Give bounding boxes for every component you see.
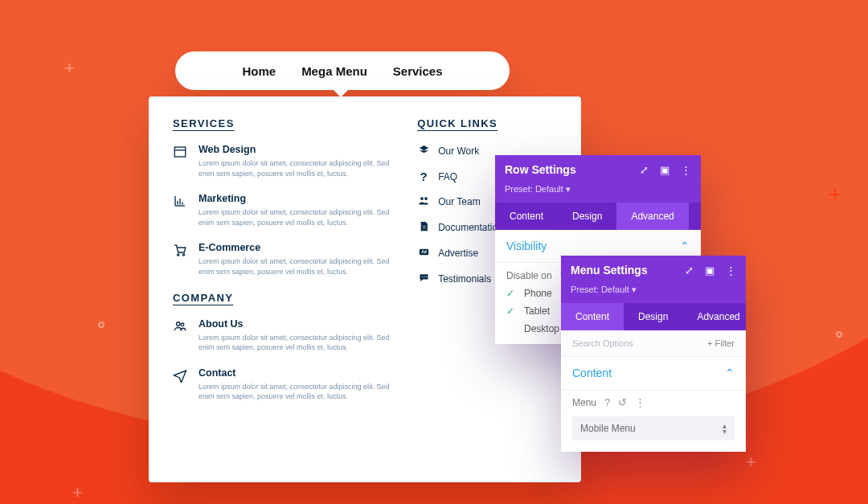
svg-point-19 [426,277,427,277]
help-icon: ? [417,170,430,183]
expand-icon[interactable]: ⤢ [685,264,694,277]
services-heading: SERVICES [173,117,396,129]
menu-settings-panel[interactable]: Menu Settings ⤢ ▣ ⋮ Preset: Default ▾ Co… [561,256,746,452]
service-desc: Lorem ipsum dolor sit amet, consectetur … [199,158,396,178]
nav-mega-menu[interactable]: Mega Menu [301,64,367,78]
svg-point-7 [178,254,179,256]
tab-design[interactable]: Design [624,303,682,330]
company-title: About Us [199,318,396,330]
svg-point-9 [177,322,181,326]
service-title: Web Design [199,144,396,155]
check-icon: ✓ [506,288,516,299]
more-icon[interactable]: ⋮ [726,264,736,277]
svg-point-8 [182,254,184,256]
layers-icon [417,144,430,158]
svg-point-10 [181,323,184,326]
quicklinks-heading: QUICK LINKS [417,117,557,129]
decorative-dot [836,331,842,338]
undo-icon[interactable]: ↺ [618,396,627,408]
option-label: Phone [524,288,552,299]
dropdown-value: Mobile Menu [580,423,636,434]
section-content[interactable]: Content [572,367,612,379]
quicklink-label: Testimonials [438,273,491,285]
doc-icon [417,220,430,235]
service-item[interactable]: Web DesignLorem ipsum dolor sit amet, co… [173,144,396,178]
nav-services[interactable]: Services [393,64,443,78]
quicklink-label: Advertise [438,248,478,259]
preset-dropdown[interactable]: Preset: Default ▾ [561,285,746,303]
service-title: E-Commerce [199,242,396,253]
svg-rect-0 [174,147,186,157]
plane-icon [173,367,189,402]
chevron-up-icon[interactable]: ⌃ [680,240,690,252]
expand-icon[interactable]: ⤢ [640,164,649,176]
quicklink-label: FAQ [438,171,457,182]
nav-home[interactable]: Home [242,64,276,78]
people-icon [173,318,189,353]
disable-on-label: Disable on [506,270,552,281]
service-desc: Lorem ipsum dolor sit amet, consectetur … [199,256,396,277]
field-label-menu: Menu [572,397,596,408]
svg-point-18 [424,277,424,277]
preset-dropdown[interactable]: Preset: Default ▾ [495,184,701,203]
svg-text:Ad: Ad [421,249,427,254]
decorative-dot [98,322,104,328]
option-label: Desktop [524,323,559,334]
quicklink-label: Our Work [438,145,479,157]
help-icon[interactable]: ? [604,396,610,408]
service-title: Marketing [199,193,396,204]
cart-icon [173,242,189,277]
team-icon [417,195,430,209]
check-icon: ✓ [506,323,516,334]
quicklink-label: Our Team [438,196,480,207]
chevron-up-icon[interactable]: ⌃ [725,367,735,379]
chat-icon [417,272,430,286]
panel-title: Menu Settings [571,264,648,277]
more-icon[interactable]: ⋮ [635,396,645,408]
top-nav: Home Mega Menu Services [175,51,510,90]
service-desc: Lorem ipsum dolor sit amet, consectetur … [199,207,396,227]
tab-design[interactable]: Design [558,203,616,230]
service-item[interactable]: E-CommerceLorem ipsum dolor sit amet, co… [173,242,396,277]
filter-button[interactable]: + Filter [707,338,735,348]
ad-icon: Ad [417,246,430,260]
panel-tabs: Content Design Advanced [561,303,746,330]
chart-icon [173,193,189,227]
quicklink-label: Documentation [438,222,503,233]
search-input[interactable]: Search Options [572,338,633,348]
company-desc: Lorem ipsum dolor sit amet, consectetur … [199,382,396,402]
box-icon[interactable]: ▣ [660,164,669,176]
tab-advanced[interactable]: Advanced [682,303,754,330]
section-visibility[interactable]: Visibility [506,240,547,252]
panel-title: Row Settings [505,163,576,176]
check-icon: ✓ [506,305,516,317]
company-item[interactable]: About UsLorem ipsum dolor sit amet, cons… [173,318,396,353]
company-desc: Lorem ipsum dolor sit amet, consectetur … [199,333,396,353]
more-icon[interactable]: ⋮ [681,164,691,176]
menu-dropdown[interactable]: Mobile Menu ▴▾ [572,416,735,440]
tab-content[interactable]: Content [495,203,558,230]
svg-point-12 [424,197,428,200]
tab-content[interactable]: Content [561,303,624,330]
box-icon[interactable]: ▣ [705,264,714,277]
company-title: Contact [199,367,396,379]
service-item[interactable]: MarketingLorem ipsum dolor sit amet, con… [173,193,396,227]
company-heading: COMPANY [173,292,396,304]
panel-tabs: Content Design Advanced [495,203,701,230]
svg-point-17 [422,277,423,277]
company-item[interactable]: ContactLorem ipsum dolor sit amet, conse… [173,367,396,402]
option-label: Tablet [524,305,550,317]
window-icon [173,144,189,178]
svg-point-11 [420,197,424,200]
tab-advanced[interactable]: Advanced [616,203,688,230]
updown-icon: ▴▾ [723,423,727,434]
